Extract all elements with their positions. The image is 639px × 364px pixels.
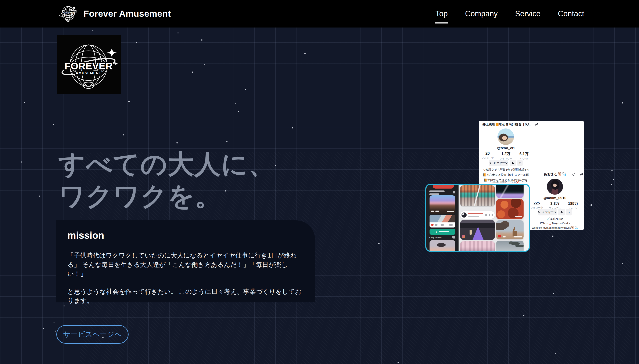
person-icon	[511, 162, 514, 165]
star-dot	[613, 179, 614, 180]
star-dot	[552, 236, 553, 237]
star-dot	[611, 170, 612, 171]
service-page-button[interactable]: サービスページへ	[56, 325, 129, 344]
grid-icon	[452, 236, 455, 238]
like-heart-icon	[431, 224, 434, 226]
star-dot	[226, 141, 227, 142]
profile1-handle: @fxbo_eri	[479, 146, 533, 150]
star-dot	[553, 293, 554, 294]
thumbnail-glacier	[496, 185, 524, 198]
forever-amusement-logo-image: FOREVER AMUSEMENT	[57, 35, 121, 94]
balloon-video-thumbnail	[430, 240, 455, 251]
brand-title: Forever Amusement	[84, 9, 171, 19]
more-dropdown-button: ▾	[517, 160, 523, 166]
star-dot	[398, 362, 399, 363]
star-dot	[235, 103, 236, 104]
person-figure	[470, 230, 472, 235]
text-blur-bar	[429, 194, 439, 195]
profile1-clipped-line: 初回特別講座はこちら📌	[479, 181, 533, 184]
nav-item-contact[interactable]: Contact	[558, 9, 584, 18]
more-icon	[492, 214, 493, 216]
star-dot	[622, 263, 623, 264]
svg-text:FOREVER: FOREVER	[62, 11, 75, 14]
star-dot	[39, 196, 40, 196]
site-header: FOREVER AMUSEMENT Forever Amusement Top …	[0, 0, 639, 28]
thumbnail-pink-city	[460, 241, 495, 251]
like-icon	[489, 214, 490, 216]
svg-text:AMUSEMENT: AMUSEMENT	[64, 14, 73, 16]
my-videos-label: My videos	[431, 236, 442, 239]
svg-text:AMUSEMENT: AMUSEMENT	[76, 71, 101, 75]
giraffe-body	[513, 231, 517, 236]
star-dot	[555, 353, 556, 354]
live-badge	[498, 235, 501, 238]
share-icon	[580, 172, 584, 176]
mini-post-image	[430, 215, 455, 222]
player-timecode	[447, 211, 454, 212]
collapse-button: ▴	[566, 209, 572, 216]
bell-icon	[572, 172, 576, 176]
carousel-prev-icon: ‹	[525, 172, 527, 178]
star-dot	[523, 315, 524, 316]
profile1-bio: ＼知識０でも毎日1分で運用成績5％ 📙初心者向け投資【fx】スクール運 📙主婦で…	[479, 167, 533, 183]
thumbnail-city-sunset	[460, 186, 495, 206]
follow-person-button	[558, 209, 565, 216]
nav-item-company[interactable]: Company	[465, 9, 498, 18]
star-dot	[304, 53, 306, 54]
chevron-down-icon: ▾	[429, 236, 430, 238]
message-button: メッセージ	[489, 160, 508, 166]
person-icon	[560, 210, 563, 214]
video-stats-overlay	[503, 236, 506, 238]
copy-icon	[453, 191, 455, 194]
post-info-bar	[460, 211, 495, 219]
post-subtitle-bar	[468, 216, 479, 217]
star-dot	[177, 32, 179, 34]
star-dot	[128, 101, 130, 102]
video-app-screenshot: ▶ ▾ My videos	[425, 184, 530, 252]
star-dot	[123, 134, 124, 136]
send-icon	[538, 211, 541, 214]
play-icon: ▶	[436, 231, 438, 233]
star-dot	[245, 89, 246, 90]
video-stats-overlay	[515, 216, 522, 217]
star-dot	[92, 30, 93, 31]
grid-right-margin	[524, 185, 529, 251]
profile1-buttons: メッセージ ▾	[479, 160, 533, 166]
star-dot	[204, 64, 205, 66]
text-blur-bar	[429, 190, 445, 192]
mission-paragraph-2: と思うような社会を作って行きたい。 このように日々考え、事業づくりをしております…	[67, 287, 304, 306]
star-dot	[238, 111, 239, 112]
thumbnail-autumn-forest	[496, 199, 524, 219]
star-dot	[611, 184, 612, 186]
nav-item-top[interactable]: Top	[435, 9, 448, 18]
sticker-badge	[462, 235, 465, 238]
send-icon	[489, 162, 492, 164]
sky-video-thumbnail	[430, 195, 455, 214]
profile1-stats: 20フォロー中 1.2万フォロワー 6.1万いいね	[479, 151, 533, 160]
star-dot	[590, 204, 592, 206]
message-button: メッセージ	[538, 209, 557, 216]
player-control	[431, 210, 434, 212]
nav-item-service[interactable]: Service	[515, 9, 540, 18]
post-title-bar	[468, 213, 483, 214]
star-dot	[64, 306, 65, 306]
app-sidebar: ▶ ▾ My videos	[426, 185, 459, 251]
hero-heading: すべての大人に、 ワクワクを。	[59, 148, 275, 212]
like-count	[435, 224, 438, 226]
svg-text:FOREVER: FOREVER	[64, 60, 113, 72]
follow-person-button	[510, 160, 516, 166]
star-dot	[622, 102, 623, 104]
bell-icon	[526, 122, 529, 126]
star-dot	[136, 42, 137, 43]
post-avatar	[462, 212, 467, 218]
thumbnail-giraffe	[496, 220, 524, 239]
star-dot	[192, 72, 193, 73]
star-dot	[24, 102, 25, 103]
star-dot	[43, 328, 44, 329]
view-icon	[485, 214, 487, 216]
red-header-pill	[433, 184, 454, 188]
share-icon	[535, 122, 539, 126]
hero-heading-line1: すべての大人に、	[59, 148, 275, 180]
brand-logo-link[interactable]: FOREVER AMUSEMENT Forever Amusement	[59, 4, 171, 24]
stat-likes: 6.1万いいね	[515, 151, 532, 160]
